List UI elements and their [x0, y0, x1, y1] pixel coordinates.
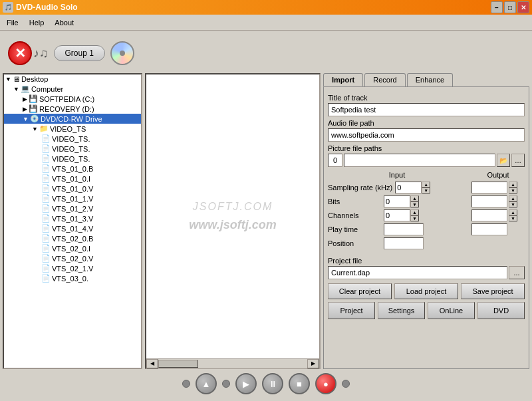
audio-path-input[interactable]	[328, 128, 525, 142]
out-spin-down1[interactable]: ▼	[509, 188, 517, 194]
tree-label: VTS_01_0.I	[52, 175, 90, 183]
play-icon: ▶	[243, 379, 249, 389]
pause-button[interactable]: ⏸	[262, 373, 283, 394]
dvd-nav-button[interactable]: DVD	[477, 302, 525, 319]
tree-item-computer[interactable]: ▼ 💻 Computer	[4, 84, 141, 94]
channels-spin-down[interactable]: ▼	[410, 215, 419, 221]
scrollbar-thumb[interactable]	[158, 360, 198, 368]
channels-input[interactable]	[384, 209, 410, 221]
tree-item-softpedia[interactable]: ▶ 💾 SOFTPEDIA (C:)	[4, 94, 141, 104]
load-project-button[interactable]: Load project	[394, 283, 458, 299]
sampling-spin: ▲ ▼	[422, 182, 430, 194]
expand-icon[interactable]: ▼	[23, 116, 29, 122]
spin-up[interactable]: ▲	[422, 182, 430, 188]
tree-file-5[interactable]: 📄 VTS_01_0.I	[4, 174, 141, 184]
tree-file-4[interactable]: 📄 VTS_01_0.B	[4, 164, 141, 174]
tree-file-6[interactable]: 📄 VTS_01_0.V	[4, 184, 141, 194]
tree-file-1[interactable]: 📄 VIDEO_TS.	[4, 134, 141, 144]
tab-record[interactable]: Record	[364, 73, 405, 86]
minimize-button[interactable]: −	[491, 1, 503, 13]
tree-label: VIDEO_TS	[50, 125, 86, 133]
project-browse-btn[interactable]: ...	[509, 266, 525, 279]
close-button[interactable]: ✕	[517, 1, 529, 13]
scrollbar-track[interactable]	[158, 359, 307, 368]
bits-input[interactable]	[384, 196, 410, 207]
output-bits-input[interactable]	[471, 196, 507, 207]
bits-spin-down[interactable]: ▼	[410, 201, 419, 207]
position-input[interactable]	[384, 237, 424, 249]
menu-help[interactable]: Help	[24, 17, 50, 28]
menu-about[interactable]: About	[49, 17, 79, 28]
out-spin-up3[interactable]: ▲	[509, 209, 517, 215]
action-buttons: Clear project Load project Save project	[328, 283, 525, 299]
tree-file-7[interactable]: 📄 VTS_01_1.V	[4, 194, 141, 203]
settings-nav-button[interactable]: Settings	[378, 302, 425, 319]
out-spin-up1[interactable]: ▲	[509, 182, 517, 188]
expand-icon[interactable]: ▼	[5, 76, 11, 82]
sampling-rate-input[interactable]	[395, 182, 422, 194]
bits-spin: ▲ ▼	[410, 196, 419, 207]
play-button[interactable]: ▶	[235, 373, 257, 394]
picture-browse-btn[interactable]: 📂	[497, 154, 510, 167]
tree-file-13[interactable]: 📄 VTS_02_0.V	[4, 253, 141, 263]
spin-down[interactable]: ▼	[422, 188, 430, 194]
expand-icon[interactable]: ▼	[32, 126, 38, 132]
expand-icon[interactable]: ▶	[23, 96, 27, 102]
stop-icon: ■	[297, 379, 302, 389]
tree-item-dvd-drive[interactable]: ▼ 💿 DVD/CD-RW Drive	[4, 114, 141, 124]
picture-num-input[interactable]	[328, 154, 342, 167]
tree-file-11[interactable]: 📄 VTS_02_0.B	[4, 233, 141, 243]
tree-file-8[interactable]: 📄 VTS_01_2.V	[4, 203, 141, 213]
record-button[interactable]: ●	[315, 373, 336, 394]
expand-icon[interactable]: ▼	[13, 86, 19, 92]
tab-enhance[interactable]: Enhance	[407, 73, 453, 86]
cd-icon[interactable]	[110, 41, 134, 65]
file-tree-panel[interactable]: ▼ 🖥 Desktop ▼ 💻 Computer ▶ 💾 SOFTPEDIA (…	[3, 73, 142, 369]
project-file-input[interactable]	[328, 266, 507, 279]
tree-file-9[interactable]: 📄 VTS_01_3.V	[4, 213, 141, 223]
tab-import[interactable]: Import	[323, 73, 363, 86]
output-playtime-input[interactable]	[471, 223, 507, 235]
delete-button[interactable]: ✕	[8, 41, 32, 65]
maximize-button[interactable]: □	[504, 1, 516, 13]
picture-browse-btn2[interactable]: …	[511, 154, 525, 167]
tree-file-14[interactable]: 📄 VTS_02_1.V	[4, 263, 141, 273]
scroll-right-btn[interactable]: ▶	[307, 359, 319, 368]
out-spin-up2[interactable]: ▲	[509, 196, 517, 201]
scroll-left-btn[interactable]: ◀	[146, 359, 158, 368]
track-title-input[interactable]	[328, 103, 525, 116]
input-section: Input Sampling rate (kHz) ▲ ▼	[328, 171, 466, 251]
output-sampling-input[interactable]	[471, 182, 507, 194]
tree-file-15[interactable]: 📄 VTS_03_0.	[4, 273, 141, 283]
content-area: ▼ 🖥 Desktop ▼ 💻 Computer ▶ 💾 SOFTPEDIA (…	[3, 73, 529, 369]
tree-item-desktop[interactable]: ▼ 🖥 Desktop	[4, 74, 141, 84]
clear-project-button[interactable]: Clear project	[328, 283, 392, 299]
bits-spin-up[interactable]: ▲	[410, 196, 419, 201]
channels-spin: ▲ ▼	[410, 209, 419, 221]
channels-spin-up[interactable]: ▲	[410, 209, 419, 215]
sampling-rate-label: Sampling rate (kHz)	[328, 184, 392, 192]
group-button[interactable]: Group 1	[54, 45, 105, 61]
picture-path-input[interactable]	[344, 154, 495, 167]
save-project-button[interactable]: Save project	[461, 283, 525, 299]
expand-icon[interactable]: ▶	[23, 106, 27, 112]
menu-bar: File Help About	[0, 15, 532, 31]
tree-file-2[interactable]: 📄 VIDEO_TS.	[4, 144, 141, 154]
rewind-button[interactable]: ▲	[196, 373, 217, 394]
out-spin-down3[interactable]: ▼	[509, 215, 517, 221]
tree-item-video-ts[interactable]: ▼ 📁 VIDEO_TS	[4, 124, 141, 134]
project-nav-button[interactable]: Project	[328, 302, 375, 319]
online-nav-button[interactable]: OnLine	[428, 302, 475, 319]
menu-file[interactable]: File	[1, 17, 24, 28]
channels-field: ▲ ▼	[384, 209, 419, 221]
playtime-input[interactable]	[384, 223, 424, 235]
out-spin-down2[interactable]: ▼	[509, 201, 517, 207]
tree-file-12[interactable]: 📄 VTS_02_0.I	[4, 243, 141, 253]
output-channels-spin: ▲ ▼	[509, 209, 517, 221]
horizontal-scrollbar[interactable]: ◀ ▶	[146, 358, 319, 368]
output-channels-input[interactable]	[471, 209, 507, 221]
tree-file-3[interactable]: 📄 VIDEO_TS.	[4, 154, 141, 164]
tree-item-recovery[interactable]: ▶ 💾 RECOVERY (D:)	[4, 104, 141, 114]
stop-button[interactable]: ■	[289, 373, 310, 394]
tree-file-10[interactable]: 📄 VTS_01_4.V	[4, 223, 141, 233]
